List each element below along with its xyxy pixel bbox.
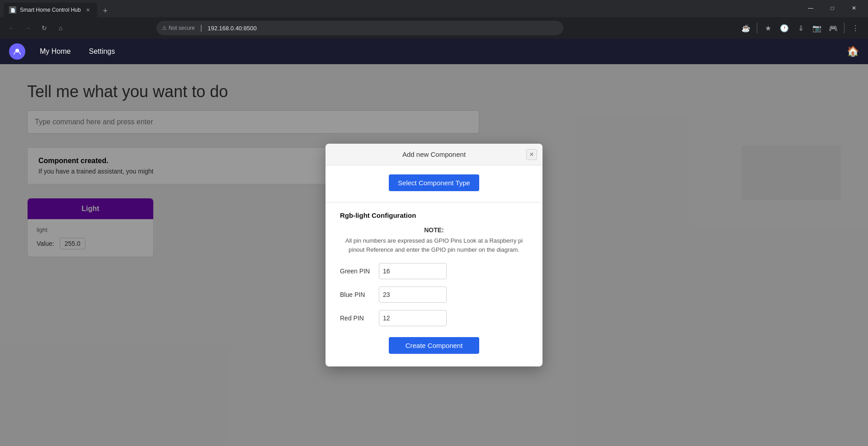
minimize-button[interactable]: — [800, 1, 821, 15]
tab-close-button[interactable]: ✕ [85, 6, 92, 14]
url-text: 192.168.0.40:8500 [208, 25, 558, 32]
tab-bar: 📄 Smart Home Control Hub ✕ + — □ ✕ [0, 0, 868, 17]
app-right-icon[interactable]: 🏠 [847, 46, 859, 57]
green-pin-input[interactable] [379, 263, 447, 279]
not-secure-label: Not secure [169, 25, 195, 31]
note-text: All pin numbers are expressed as GPIO Pi… [340, 236, 528, 254]
modal: Add new Component × Select Component Typ… [326, 144, 542, 366]
main-content: Tell me what you want to do Component cr… [0, 64, 868, 446]
reload-button[interactable]: ↻ [38, 22, 51, 34]
config-title: Rgb-light Configuration [340, 211, 528, 219]
green-pin-row: Green PIN [340, 263, 528, 279]
new-tab-button[interactable]: + [99, 5, 112, 17]
maximize-button[interactable]: □ [822, 1, 843, 15]
svg-text:📄: 📄 [10, 8, 16, 13]
red-pin-input[interactable] [379, 310, 447, 326]
blue-pin-row: Blue PIN [340, 286, 528, 303]
note-section: NOTE: All pin numbers are expressed as G… [340, 226, 528, 254]
toolbar-icons: ☕ ★ 🕐 ⇓ 📷 🎮 ⋮ [739, 21, 863, 35]
select-component-type-button[interactable]: Select Component Type [389, 174, 479, 191]
address-bar: ← → ↻ ⌂ ⚠ Not secure | 192.168.0.40:8500… [0, 17, 868, 39]
forward-button[interactable]: → [22, 22, 34, 34]
home-button[interactable]: ⌂ [54, 22, 67, 34]
not-secure-indicator: ⚠ Not secure [162, 25, 195, 31]
modal-title: Add new Component [402, 150, 466, 158]
address-separator: | [200, 24, 202, 32]
modal-body: Select Component Type Rgb-light Configur… [326, 165, 542, 366]
red-pin-label: Red PIN [340, 315, 372, 322]
nav-settings[interactable]: Settings [80, 44, 124, 59]
close-window-button[interactable]: ✕ [844, 1, 864, 15]
more-menu-icon[interactable]: ⋮ [848, 21, 863, 35]
create-component-button[interactable]: Create Component [389, 337, 479, 354]
app-header: My Home Settings 🏠 [0, 39, 868, 64]
tab-title: Smart Home Control Hub [20, 7, 81, 13]
blue-pin-label: Blue PIN [340, 291, 372, 298]
tab-favicon: 📄 [9, 6, 16, 14]
browser-chrome: 📄 Smart Home Control Hub ✕ + — □ ✕ ← → ↻… [0, 0, 868, 446]
modal-overlay: Add new Component × Select Component Typ… [0, 64, 868, 446]
toolbar-separator [757, 23, 757, 33]
modal-close-button[interactable]: × [526, 149, 537, 160]
app-logo [9, 43, 25, 60]
green-pin-label: Green PIN [340, 268, 372, 275]
extensions-icon[interactable]: ☕ [739, 21, 753, 35]
bookmark-icon[interactable]: ★ [761, 21, 775, 35]
screenshot-icon[interactable]: 📷 [810, 21, 824, 35]
warning-icon: ⚠ [162, 25, 167, 31]
download-icon[interactable]: ⇓ [793, 21, 808, 35]
modal-header: Add new Component × [326, 144, 542, 165]
modal-divider [326, 202, 542, 202]
red-pin-row: Red PIN [340, 310, 528, 326]
blue-pin-input[interactable] [379, 286, 447, 303]
window-controls: — □ ✕ [800, 1, 864, 17]
nav-my-home[interactable]: My Home [31, 44, 80, 59]
back-button[interactable]: ← [5, 22, 18, 34]
green-pin-input-wrap [379, 263, 447, 279]
history-icon[interactable]: 🕐 [777, 21, 792, 35]
address-bar-input[interactable]: ⚠ Not secure | 192.168.0.40:8500 [156, 21, 563, 35]
note-title: NOTE: [340, 226, 528, 234]
toolbar-separator-2 [844, 23, 844, 33]
active-tab[interactable]: 📄 Smart Home Control Hub ✕ [4, 3, 97, 17]
games-icon[interactable]: 🎮 [826, 21, 840, 35]
